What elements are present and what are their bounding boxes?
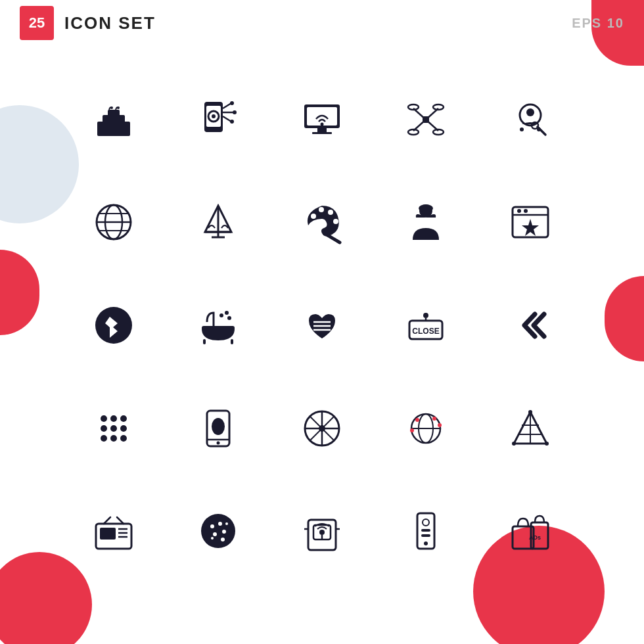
svg-point-94 [432,417,436,421]
header-left: 25 ICON SET [20,6,156,40]
svg-point-27 [408,129,419,135]
svg-point-71 [101,415,107,422]
svg-point-75 [110,425,117,432]
deco-left-mid [0,250,39,335]
header-format: EPS 10 [572,16,624,31]
svg-point-28 [433,129,444,135]
svg-point-4 [117,106,120,109]
svg-point-82 [212,418,225,435]
shopping-bags-icon: ADs [501,501,560,561]
svg-rect-58 [202,326,235,330]
bath-icon [189,296,248,355]
dots-grid-icon [84,399,143,458]
drone-icon [396,90,455,149]
citrus-icon [292,399,352,458]
svg-point-44 [311,214,316,219]
background: 25 ICON SET EPS 10 [0,0,644,644]
svg-rect-60 [231,339,233,344]
svg-rect-105 [100,528,116,540]
monitor-wifi-icon [292,90,352,149]
svg-point-89 [319,425,325,432]
svg-rect-18 [312,132,332,134]
svg-point-61 [219,313,223,317]
computer-tower-icon [396,501,455,561]
favorite-browser-icon [501,193,560,252]
svg-point-93 [415,418,419,422]
svg-line-11 [223,116,231,122]
svg-rect-50 [419,204,433,212]
svg-point-34 [537,127,541,131]
icon-row-4 [39,399,605,458]
mobile-egg-icon [189,399,248,458]
double-chevron-left-icon [501,296,560,355]
svg-point-13 [233,110,237,114]
svg-point-111 [201,514,235,548]
close-sign-icon: CLOSE [396,296,455,355]
svg-point-14 [230,120,234,124]
svg-point-118 [225,522,228,525]
svg-rect-2 [108,110,120,116]
svg-point-95 [410,428,414,432]
svg-point-53 [517,209,521,213]
svg-point-78 [110,435,117,442]
bandaid-icon [292,296,352,355]
globe-dots-icon [396,399,455,458]
svg-line-48 [327,235,340,242]
user-search-icon [501,90,560,149]
cookie-icon [189,501,248,561]
svg-point-114 [213,532,217,536]
svg-text:ADs: ADs [529,534,541,541]
svg-point-115 [222,530,226,534]
mobile-target-icon [189,90,248,149]
svg-point-46 [328,210,333,215]
cake-icon [84,90,143,149]
svg-point-103 [545,442,549,446]
badge-number: 25 [20,6,54,40]
svg-line-9 [223,103,231,108]
safe-wifi-icon [292,501,352,561]
svg-point-73 [120,415,127,422]
icon-row-2 [39,193,605,252]
svg-point-77 [101,435,107,442]
svg-point-30 [526,108,534,116]
svg-point-83 [216,441,219,444]
svg-rect-0 [97,122,130,136]
svg-point-54 [524,209,528,213]
svg-rect-127 [421,529,430,532]
svg-point-25 [408,104,419,110]
svg-point-72 [110,415,117,422]
news-tv-icon [84,501,143,561]
header-title: ICON SET [64,13,156,34]
icon-row-1 [39,90,605,149]
svg-marker-55 [522,219,539,236]
svg-point-62 [225,311,229,315]
svg-point-45 [319,207,324,212]
svg-point-121 [319,530,325,535]
header: 25 ICON SET EPS 10 [0,0,644,46]
svg-point-47 [333,219,338,224]
svg-point-101 [528,410,532,414]
svg-point-19 [320,122,323,126]
svg-point-26 [433,104,444,110]
svg-point-3 [110,106,113,109]
svg-point-69 [423,313,428,318]
icon-row-3: CLOSE [39,296,605,355]
pyramid-icon [501,399,560,458]
icons-grid: CLOSE [39,46,605,605]
svg-rect-128 [421,534,430,537]
svg-point-102 [512,442,516,446]
svg-point-33 [520,127,524,131]
palette-icon [292,193,352,252]
svg-point-63 [227,316,231,320]
svg-text:CLOSE: CLOSE [413,327,440,336]
icon-row-5: ADs [39,501,605,561]
svg-point-96 [438,423,442,427]
svg-point-117 [211,537,214,540]
svg-point-113 [218,522,222,526]
svg-point-76 [120,425,127,432]
svg-point-8 [212,114,216,118]
svg-rect-59 [203,339,206,344]
svg-rect-17 [317,128,327,132]
woman-icon [396,193,455,252]
svg-point-112 [210,524,214,528]
